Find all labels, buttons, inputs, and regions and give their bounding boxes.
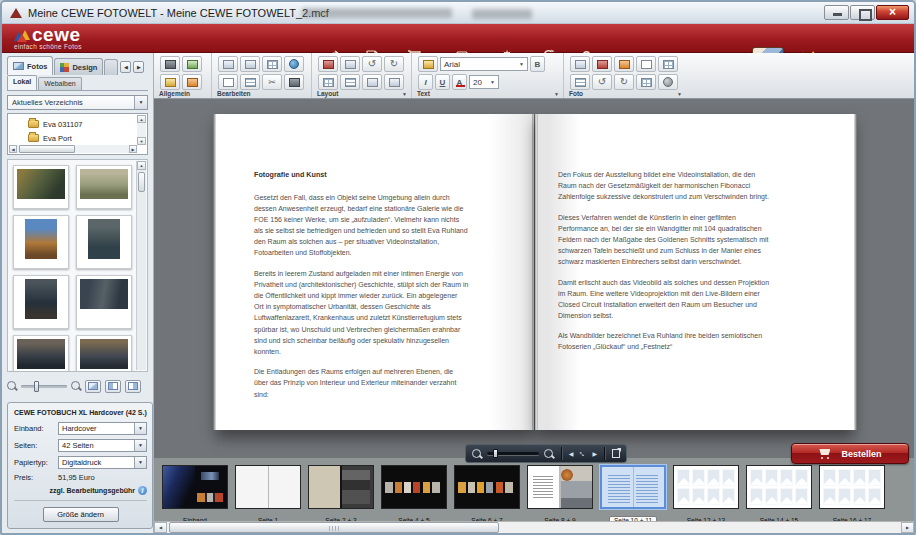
filmstrip-page-12-13[interactable]: Seite 12 + 13 xyxy=(673,465,739,521)
photo-thumbnail[interactable] xyxy=(76,275,132,329)
frame-button[interactable] xyxy=(636,56,656,72)
info-icon[interactable]: i xyxy=(138,486,147,495)
paper-select[interactable]: Digitaldruck ▼ xyxy=(58,456,147,469)
maximize-button[interactable] xyxy=(850,5,875,20)
font-color-button[interactable]: A xyxy=(452,74,467,90)
font-family-select[interactable]: Arial▼ xyxy=(440,57,528,71)
directory-select[interactable]: Aktuelles Verzeichnis ▼ xyxy=(7,95,148,110)
previous-spread-icon[interactable]: ◀ xyxy=(569,451,574,457)
filmstrip-page-14-15[interactable]: Seite 14 + 15 xyxy=(746,465,812,521)
folder-button[interactable] xyxy=(240,56,260,72)
scroll-left-arrow[interactable]: ◀ xyxy=(154,522,167,533)
canvas-zoom-slider[interactable] xyxy=(487,452,539,455)
filmstrip-page-1[interactable]: Seite 1 xyxy=(235,465,301,521)
font-size-select[interactable]: 20▼ xyxy=(469,75,499,89)
book-page-right[interactable]: Den Fokus der Ausstellung bildet eine Vi… xyxy=(536,114,854,430)
folder-horizontal-scrollbar[interactable]: ◀ ▶ xyxy=(9,145,137,153)
tab-scroll-left[interactable]: ◀ xyxy=(120,61,131,73)
page-text-right[interactable]: Den Fokus der Ausstellung bildet eine Vi… xyxy=(558,169,773,362)
scroll-right-arrow[interactable]: ▶ xyxy=(129,145,137,153)
underline-button[interactable]: U xyxy=(435,74,450,90)
minimize-button[interactable] xyxy=(824,5,849,20)
tab-scroll-right[interactable]: ▶ xyxy=(133,61,144,73)
remove-photo-button[interactable] xyxy=(318,56,338,72)
collage-button[interactable] xyxy=(636,74,656,90)
view-mode-left-button[interactable] xyxy=(105,380,121,393)
folder-vertical-scrollbar[interactable]: ▲ ▼ xyxy=(137,115,146,145)
photo-thumbnail[interactable] xyxy=(76,215,132,269)
scroll-up-arrow[interactable]: ▲ xyxy=(137,161,146,170)
zoom-out-icon[interactable] xyxy=(7,381,17,391)
resize-button[interactable]: Größe ändern xyxy=(43,507,119,522)
filmstrip-page-6-7[interactable]: Seite 6 + 7 xyxy=(454,465,520,521)
subtab-webalben[interactable]: Webalben xyxy=(38,77,81,90)
canvas-zoom-out-icon[interactable] xyxy=(472,449,482,459)
table-button[interactable] xyxy=(262,56,282,72)
save-as-button[interactable] xyxy=(160,74,180,90)
binding-select[interactable]: Hardcover ▼ xyxy=(58,422,147,435)
assistant-button[interactable] xyxy=(182,74,202,90)
view-mode-right-button[interactable] xyxy=(125,380,141,393)
foto-dropdown-arrow[interactable]: ▼ xyxy=(677,91,682,97)
new-page-button[interactable] xyxy=(218,74,238,90)
folder-item[interactable]: Eva 031107 xyxy=(12,117,135,131)
filmstrip-page-10-11-selected[interactable]: Seite 10 + 11 xyxy=(600,465,666,521)
close-button[interactable] xyxy=(876,5,909,20)
canvas-zoom-in-icon[interactable] xyxy=(544,449,554,459)
filmstrip-page-8-9[interactable]: Seite 8 + 9 xyxy=(527,465,593,521)
folder-item[interactable]: Eva Port xyxy=(12,131,135,145)
effects-button[interactable] xyxy=(658,56,678,72)
photo-thumbnail[interactable] xyxy=(76,335,132,372)
portrait-button[interactable] xyxy=(592,56,612,72)
order-button[interactable]: Bestellen xyxy=(791,443,909,464)
photo-thumbnail[interactable] xyxy=(13,215,69,269)
copy-button[interactable] xyxy=(240,74,260,90)
redo-button[interactable]: ↻ xyxy=(384,56,404,72)
rotate-right-button[interactable]: ↻ xyxy=(614,74,634,90)
tab-fotos[interactable]: Fotos xyxy=(7,56,53,75)
bold-button[interactable]: B xyxy=(530,56,545,72)
filmstrip-page-2-3[interactable]: Seite 2 + 3 xyxy=(308,465,374,521)
scroll-up-arrow[interactable]: ▲ xyxy=(137,115,146,123)
web-photo-button[interactable] xyxy=(658,74,678,90)
page-numbers-button[interactable] xyxy=(340,74,360,90)
book-page-left[interactable]: Fotografie und Kunst Gesetzt den Fall, d… xyxy=(216,114,534,430)
layout-dropdown-arrow[interactable]: ▼ xyxy=(402,91,407,97)
view-mode-both-button[interactable] xyxy=(85,380,101,393)
fullscreen-icon[interactable]: ↔ xyxy=(577,447,590,460)
scrollbar-thumb[interactable] xyxy=(169,522,499,533)
tab-more[interactable] xyxy=(104,59,118,75)
page-text-left[interactable]: Fotografie und Kunst Gesetzt den Fall, d… xyxy=(254,169,469,409)
italic-button[interactable]: I xyxy=(418,74,433,90)
filmstrip-page-16-17[interactable]: Seite 16 + 17 xyxy=(819,465,885,521)
scroll-down-arrow[interactable]: ▼ xyxy=(137,137,146,145)
export-button[interactable] xyxy=(218,56,238,72)
scroll-right-arrow[interactable]: ▶ xyxy=(901,522,914,533)
next-spread-icon[interactable]: ▶ xyxy=(592,451,597,457)
add-text-button[interactable] xyxy=(418,56,438,72)
pages-select[interactable]: 42 Seiten ▼ xyxy=(58,439,147,452)
filmstrip-page-4-5[interactable]: Seite 4 + 5 xyxy=(381,465,447,521)
fit-page-icon[interactable] xyxy=(612,449,620,458)
scrollbar-track[interactable] xyxy=(167,522,901,533)
filmstrip-scrollbar[interactable]: ◀ ▶ xyxy=(154,521,914,533)
thumbnail-zoom-slider[interactable] xyxy=(21,385,67,388)
save-button[interactable] xyxy=(160,56,180,72)
slider-thumb[interactable] xyxy=(493,449,498,458)
add-photo-button[interactable] xyxy=(570,56,590,72)
web-button[interactable] xyxy=(284,56,304,72)
photo-thumbnail[interactable] xyxy=(13,275,69,329)
undo-button[interactable]: ↺ xyxy=(362,56,382,72)
group-photo-button[interactable] xyxy=(614,56,634,72)
duplicate-button[interactable] xyxy=(340,56,360,72)
subtab-lokal[interactable]: Lokal xyxy=(7,75,37,90)
rotate-left-button[interactable]: ↺ xyxy=(592,74,612,90)
grid-layout-button[interactable] xyxy=(318,74,338,90)
zoom-in-icon[interactable] xyxy=(71,381,81,391)
thumbnail-scrollbar[interactable]: ▲ xyxy=(136,161,146,370)
photo-thumbnail[interactable] xyxy=(13,335,69,372)
scrollbar-thumb[interactable] xyxy=(138,172,145,192)
scrollbar-thumb[interactable] xyxy=(19,145,75,153)
open-button[interactable] xyxy=(182,56,202,72)
text-dropdown-arrow[interactable]: ▼ xyxy=(554,91,559,97)
